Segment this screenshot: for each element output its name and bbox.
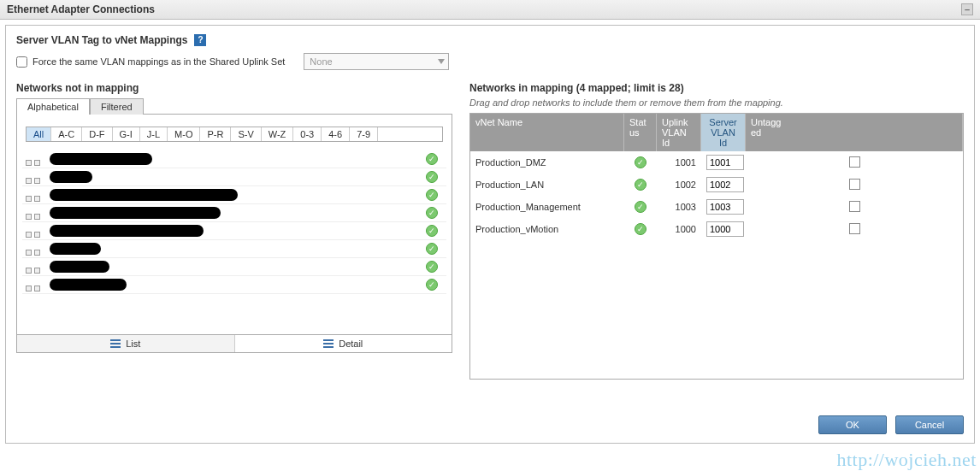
cell-uplink-vlan: 1000 — [657, 222, 701, 236]
mapping-grid: vNet Name Stat us Uplink VLAN Id Server … — [469, 113, 964, 380]
minimize-button[interactable]: – — [961, 3, 973, 15]
view-list-button[interactable]: List — [17, 335, 235, 352]
server-vlan-input[interactable] — [706, 199, 744, 215]
cell-uplink-vlan: 1001 — [657, 156, 701, 169]
list-item[interactable]: ✓ — [22, 222, 446, 240]
filter-g-i[interactable]: G-I — [113, 127, 140, 141]
tab-filtered[interactable]: Filtered — [90, 98, 144, 115]
force-checkbox[interactable] — [16, 56, 27, 68]
filter-m-o[interactable]: M-O — [168, 127, 200, 141]
ok-button[interactable]: OK — [818, 415, 887, 434]
combo-value: None — [310, 56, 332, 67]
cell-untagged — [746, 177, 963, 193]
left-heading: Networks not in mapping — [16, 82, 452, 94]
redacted-label — [50, 153, 152, 165]
status-ok-icon: ✓ — [635, 156, 646, 168]
network-icon — [26, 189, 41, 201]
filter-d-f[interactable]: D-F — [82, 127, 112, 141]
status-ok-icon: ✓ — [426, 279, 438, 291]
status-ok-icon: ✓ — [426, 171, 438, 183]
network-icon — [26, 261, 41, 273]
server-vlan-input[interactable] — [706, 177, 744, 192]
columns: Networks not in mapping Alphabetical Fil… — [16, 82, 964, 380]
right-heading: Networks in mapping (4 mapped; limit is … — [469, 82, 964, 94]
filter-j-l[interactable]: J-L — [140, 127, 168, 141]
network-icon — [26, 279, 41, 291]
cancel-button[interactable]: Cancel — [895, 415, 964, 434]
col-server-vlan[interactable]: Server VLAN Id — [701, 114, 746, 151]
cell-server-vlan — [701, 197, 746, 216]
redacted-label — [50, 279, 127, 291]
uplink-set-combo[interactable]: None — [304, 53, 449, 70]
table-row[interactable]: Production_LAN✓1002 — [470, 174, 963, 196]
table-row[interactable]: Production_vMotion✓1000 — [470, 218, 963, 240]
cell-vnet-name: Production_DMZ — [470, 156, 624, 169]
network-icon — [26, 153, 41, 165]
listbox: AllA-CD-FG-IJ-LM-OP-RS-VW-Z0-34-67-9 ✓✓✓… — [16, 114, 452, 353]
dialog-buttons: OK Cancel — [818, 415, 964, 434]
cell-uplink-vlan: 1002 — [657, 178, 701, 191]
window-titlebar: Ethernet Adapter Connections – — [0, 0, 980, 20]
list-item[interactable]: ✓ — [22, 258, 446, 276]
cell-vnet-name: Production_vMotion — [470, 222, 624, 236]
status-ok-icon: ✓ — [426, 261, 438, 273]
section-title-row: Server VLAN Tag to vNet Mappings ? — [16, 34, 964, 46]
tabs: Alphabetical Filtered — [16, 97, 452, 114]
status-ok-icon: ✓ — [426, 189, 438, 201]
networks-not-mapped: Networks not in mapping Alphabetical Fil… — [16, 82, 452, 380]
table-row[interactable]: Production_Management✓1003 — [470, 196, 963, 218]
col-untagged[interactable]: Untagg ed — [746, 114, 963, 151]
list-footer: List Detail — [17, 334, 452, 352]
status-ok-icon: ✓ — [635, 179, 646, 191]
filter-p-r[interactable]: P-R — [200, 127, 231, 141]
network-icon — [26, 225, 41, 237]
network-icon — [26, 171, 41, 183]
filter-a-c[interactable]: A-C — [51, 127, 82, 141]
list-item[interactable]: ✓ — [22, 204, 446, 222]
main-panel: Server VLAN Tag to vNet Mappings ? Force… — [5, 25, 975, 444]
table-row[interactable]: Production_DMZ✓1001 — [470, 151, 963, 174]
untagged-checkbox[interactable] — [849, 201, 860, 212]
redacted-label — [50, 243, 101, 255]
cell-server-vlan — [701, 175, 746, 194]
list-item[interactable]: ✓ — [22, 276, 446, 294]
col-vnet-name[interactable]: vNet Name — [470, 114, 624, 151]
server-vlan-input[interactable] — [706, 221, 744, 237]
server-vlan-input[interactable] — [706, 155, 744, 170]
grid-body[interactable]: Production_DMZ✓1001Production_LAN✓1002Pr… — [470, 151, 963, 379]
redacted-label — [50, 189, 238, 201]
help-icon[interactable]: ? — [194, 34, 206, 46]
col-status[interactable]: Stat us — [624, 114, 657, 151]
filter-s-v[interactable]: S-V — [231, 127, 261, 141]
view-detail-button[interactable]: Detail — [235, 335, 452, 352]
redacted-label — [50, 261, 109, 273]
section-title: Server VLAN Tag to vNet Mappings — [16, 34, 187, 46]
filter-7-9[interactable]: 7-9 — [350, 127, 378, 141]
untagged-checkbox[interactable] — [849, 223, 860, 234]
filter-4-6[interactable]: 4-6 — [322, 127, 350, 141]
right-hint: Drag and drop networks to include them o… — [469, 97, 964, 108]
watermark: http://wojcieh.net — [836, 449, 977, 471]
list-item[interactable]: ✓ — [22, 168, 446, 186]
force-row: Force the same VLAN mappings as in the S… — [16, 53, 964, 70]
tab-alphabetical[interactable]: Alphabetical — [16, 98, 90, 115]
filter-all[interactable]: All — [27, 127, 51, 141]
redacted-label — [50, 171, 92, 183]
detail-icon — [323, 339, 334, 348]
cell-server-vlan — [701, 220, 746, 238]
untagged-checkbox[interactable] — [849, 179, 860, 190]
cell-untagged — [746, 155, 963, 171]
untagged-checkbox[interactable] — [849, 156, 860, 168]
cell-status: ✓ — [624, 155, 657, 170]
list-item[interactable]: ✓ — [22, 186, 446, 204]
list-item[interactable]: ✓ — [22, 150, 446, 168]
list-item[interactable]: ✓ — [22, 240, 446, 258]
cell-status: ✓ — [624, 199, 657, 215]
cell-uplink-vlan: 1003 — [657, 200, 701, 214]
col-uplink-vlan[interactable]: Uplink VLAN Id — [657, 114, 701, 151]
view-detail-label: Detail — [339, 339, 363, 349]
network-list[interactable]: ✓✓✓✓✓✓✓✓ — [17, 149, 452, 334]
redacted-label — [50, 225, 204, 237]
filter-w-z[interactable]: W-Z — [262, 127, 294, 141]
filter-0-3[interactable]: 0-3 — [293, 127, 322, 141]
